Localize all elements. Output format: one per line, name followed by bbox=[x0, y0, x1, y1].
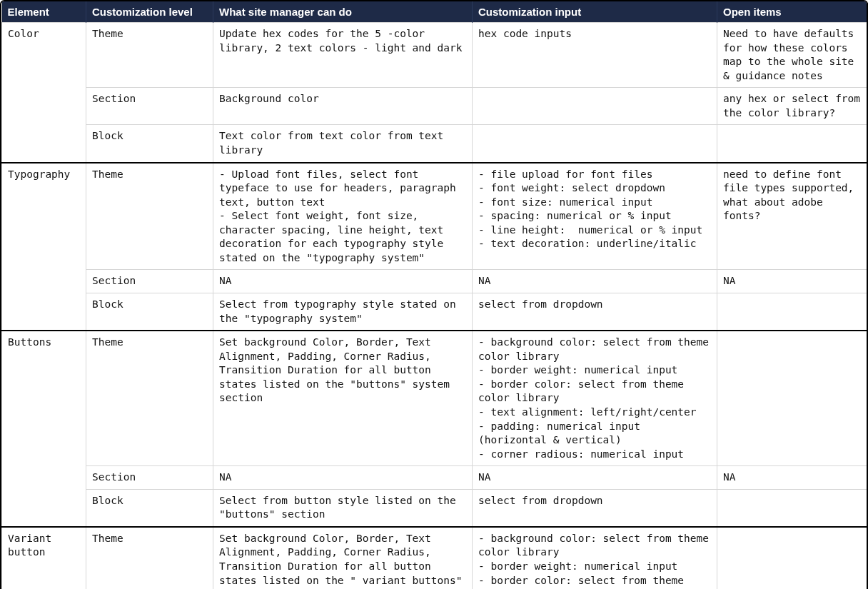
cell-input: - file upload for font files - font weig… bbox=[473, 163, 717, 270]
col-element: Element bbox=[2, 1, 86, 23]
table-row: BlockSelect from button style listed on … bbox=[2, 489, 869, 527]
cell-what: Text color from text color from text lib… bbox=[213, 125, 473, 163]
cell-level: Block bbox=[86, 489, 213, 527]
cell-what: Set background Color, Border, Text Align… bbox=[213, 527, 473, 589]
col-open: Open items bbox=[717, 1, 869, 23]
cell-open: NA bbox=[717, 466, 869, 490]
cell-input bbox=[473, 125, 717, 163]
cell-level: Section bbox=[86, 270, 213, 293]
cell-input: select from dropdown bbox=[473, 489, 717, 527]
cell-input: - background color: select from theme co… bbox=[473, 331, 717, 466]
customization-table-wrap: Element Customization level What site ma… bbox=[0, 0, 868, 589]
cell-what: Select from typography style stated on t… bbox=[213, 293, 473, 331]
cell-what: NA bbox=[213, 466, 473, 490]
cell-what: Select from button style listed on the "… bbox=[213, 489, 473, 527]
cell-input: NA bbox=[473, 466, 717, 490]
cell-open bbox=[717, 489, 869, 527]
col-level: Customization level bbox=[86, 1, 213, 23]
cell-what: - Upload font files, select font typefac… bbox=[213, 163, 473, 270]
cell-open bbox=[717, 125, 869, 163]
table-row: SectionNANANA bbox=[2, 466, 869, 490]
cell-open: need to define font file types supported… bbox=[717, 163, 869, 270]
cell-open: NA bbox=[717, 270, 869, 293]
table-row: BlockSelect from typography style stated… bbox=[2, 293, 869, 331]
cell-input: hex code inputs bbox=[473, 23, 717, 88]
cell-level: Block bbox=[86, 125, 213, 163]
cell-level: Section bbox=[86, 466, 213, 490]
cell-what: Set background Color, Border, Text Align… bbox=[213, 331, 473, 466]
cell-open: any hex or select from the color library… bbox=[717, 88, 869, 125]
col-what: What site manager can do bbox=[213, 1, 473, 23]
table-header: Element Customization level What site ma… bbox=[2, 1, 869, 23]
cell-level: Theme bbox=[86, 163, 213, 270]
cell-level: Block bbox=[86, 293, 213, 331]
table-body: ColorThemeUpdate hex codes for the 5 -co… bbox=[2, 23, 869, 590]
cell-element: Buttons bbox=[2, 331, 86, 527]
table-row: Variant buttonThemeSet background Color,… bbox=[2, 527, 869, 589]
cell-what: Background color bbox=[213, 88, 473, 125]
cell-what: Update hex codes for the 5 -color librar… bbox=[213, 23, 473, 88]
table-row: SectionBackground colorany hex or select… bbox=[2, 88, 869, 125]
cell-open bbox=[717, 527, 869, 589]
table-row: SectionNANANA bbox=[2, 270, 869, 293]
cell-input: - background color: select from theme co… bbox=[473, 527, 717, 589]
customization-table: Element Customization level What site ma… bbox=[1, 1, 868, 589]
cell-element: Color bbox=[2, 23, 86, 163]
cell-level: Theme bbox=[86, 527, 213, 589]
cell-input bbox=[473, 88, 717, 125]
cell-level: Section bbox=[86, 88, 213, 125]
table-row: BlockText color from text color from tex… bbox=[2, 125, 869, 163]
cell-open bbox=[717, 293, 869, 331]
cell-open: Need to have defaults for how these colo… bbox=[717, 23, 869, 88]
cell-input: NA bbox=[473, 270, 717, 293]
cell-what: NA bbox=[213, 270, 473, 293]
cell-level: Theme bbox=[86, 23, 213, 88]
cell-level: Theme bbox=[86, 331, 213, 466]
col-input: Customization input bbox=[473, 1, 717, 23]
table-row: ButtonsThemeSet background Color, Border… bbox=[2, 331, 869, 466]
cell-open bbox=[717, 331, 869, 466]
table-row: TypographyTheme- Upload font files, sele… bbox=[2, 163, 869, 270]
cell-element: Typography bbox=[2, 163, 86, 331]
table-row: ColorThemeUpdate hex codes for the 5 -co… bbox=[2, 23, 869, 88]
cell-element: Variant button bbox=[2, 527, 86, 589]
cell-input: select from dropdown bbox=[473, 293, 717, 331]
